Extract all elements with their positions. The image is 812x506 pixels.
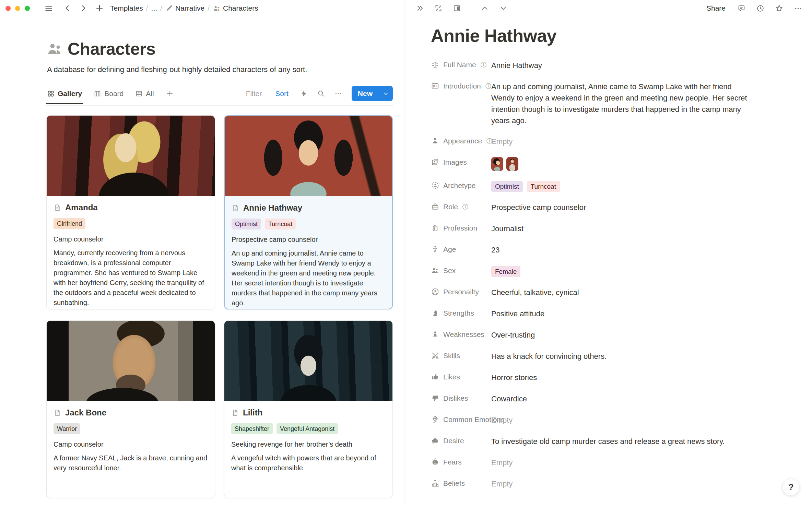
- empty-value: Empty: [491, 416, 513, 424]
- property-label[interactable]: Weaknesses: [431, 329, 491, 339]
- property-tag[interactable]: Optimist: [491, 181, 523, 192]
- automations-icon[interactable]: [300, 90, 308, 97]
- new-record-button[interactable]: New: [352, 86, 393, 101]
- sidebar-toggle-icon[interactable]: [43, 2, 55, 14]
- property-value[interactable]: Empty: [491, 136, 755, 147]
- side-peek-mode-icon[interactable]: [452, 3, 462, 13]
- board-view-icon: [94, 90, 101, 97]
- property-label[interactable]: Images: [431, 157, 491, 166]
- property-tag[interactable]: Female: [491, 266, 520, 277]
- property-tag[interactable]: Turncoat: [527, 181, 560, 192]
- property-label[interactable]: Fears: [431, 457, 491, 466]
- property-label[interactable]: Strengths: [431, 308, 491, 317]
- property-value[interactable]: Cheerful, talkative, cynical: [491, 287, 755, 298]
- property-value[interactable]: Annie Hathway: [491, 60, 755, 71]
- forward-icon[interactable]: [78, 3, 89, 14]
- next-record-icon[interactable]: [498, 3, 508, 13]
- breadcrumb-item-narrative[interactable]: Narrative: [165, 4, 204, 12]
- property-label[interactable]: Desire: [431, 436, 491, 445]
- property-label[interactable]: Dislikes: [431, 393, 491, 402]
- favorite-star-icon[interactable]: [774, 3, 784, 13]
- add-view-icon[interactable]: [165, 87, 175, 100]
- card-tags: ShapeshifterVengeful Antagonist: [231, 423, 386, 434]
- tab-gallery[interactable]: Gallery: [46, 87, 83, 100]
- property-label[interactable]: Profession: [431, 223, 491, 232]
- people-icon: [431, 266, 439, 275]
- expand-page-icon[interactable]: [434, 3, 443, 13]
- property-label[interactable]: Common Emotions: [431, 414, 491, 424]
- share-button[interactable]: Share: [704, 4, 728, 13]
- sort-button[interactable]: Sort: [273, 89, 291, 98]
- property-row: Introduction An up and coming journalist…: [431, 81, 781, 126]
- more-options-icon[interactable]: [334, 90, 342, 98]
- image-thumbnail[interactable]: [506, 157, 518, 171]
- help-button[interactable]: ?: [782, 479, 800, 496]
- tab-all[interactable]: All: [134, 87, 154, 100]
- property-name: Likes: [443, 373, 460, 381]
- property-value[interactable]: Cowardice: [491, 393, 755, 404]
- chevron-down-icon[interactable]: [379, 86, 393, 101]
- property-label[interactable]: Personailty: [431, 287, 491, 296]
- previous-record-icon[interactable]: [480, 3, 490, 13]
- empty-value: Empty: [491, 458, 513, 467]
- breadcrumb-collapsed[interactable]: ...: [151, 4, 157, 12]
- search-icon[interactable]: [317, 90, 325, 97]
- close-window-button[interactable]: [5, 6, 11, 11]
- breadcrumb-item-characters[interactable]: Characters: [213, 4, 258, 12]
- info-icon[interactable]: [480, 61, 487, 68]
- property-value[interactable]: Female: [491, 266, 755, 277]
- property-value[interactable]: Empty: [491, 457, 755, 468]
- more-options-icon[interactable]: [793, 3, 803, 13]
- record-title[interactable]: Annie Hathway: [431, 25, 781, 46]
- property-value[interactable]: Journalist: [491, 223, 755, 234]
- property-label[interactable]: Role: [431, 202, 491, 211]
- property-name: Role: [443, 203, 458, 211]
- breadcrumb-item-templates[interactable]: Templates: [110, 4, 143, 12]
- property-value[interactable]: An up and coming journalist, Annie came …: [491, 81, 755, 126]
- property-row: Age 23: [431, 244, 781, 256]
- property-value[interactable]: Over-trusting: [491, 329, 755, 341]
- gallery-card-selected[interactable]: Annie Hathway OptimistTurncoat Prospecti…: [224, 115, 393, 309]
- image-thumbnail[interactable]: [491, 157, 503, 171]
- property-label[interactable]: Appearance: [431, 136, 491, 145]
- property-label[interactable]: Sex: [431, 266, 491, 275]
- property-label[interactable]: Beliefs: [431, 478, 491, 487]
- chess-knight-icon: [431, 309, 439, 317]
- property-name: Full Name: [443, 61, 476, 69]
- property-name: Beliefs: [443, 479, 465, 487]
- breadcrumb-separator: /: [160, 4, 162, 12]
- person-circle-icon: [431, 287, 439, 296]
- kite-icon: [431, 415, 439, 424]
- new-page-icon[interactable]: [94, 2, 105, 14]
- info-icon[interactable]: [462, 203, 469, 210]
- history-icon[interactable]: [755, 3, 765, 13]
- property-value[interactable]: To investigate old camp murder cases and…: [491, 436, 755, 447]
- zoom-window-button[interactable]: [25, 6, 30, 11]
- property-label[interactable]: Introduction: [431, 81, 491, 90]
- property-value[interactable]: OptimistTurncoat: [491, 180, 755, 192]
- info-icon[interactable]: [485, 82, 492, 90]
- property-label[interactable]: Full Name: [431, 60, 491, 69]
- property-name: Appearance: [443, 137, 482, 145]
- gallery-card[interactable]: Amanda Girlfriend Camp counselor Mandy, …: [46, 115, 215, 309]
- property-value[interactable]: Positive attitude: [491, 308, 755, 319]
- property-value[interactable]: 23: [491, 244, 755, 256]
- property-label[interactable]: Age: [431, 244, 491, 254]
- property-value[interactable]: Empty: [491, 414, 755, 426]
- comments-icon[interactable]: [737, 3, 746, 13]
- property-value[interactable]: Empty: [491, 478, 755, 490]
- filter-button[interactable]: Filter: [244, 89, 264, 98]
- property-label[interactable]: Skills: [431, 351, 491, 360]
- gallery-card[interactable]: Lilith ShapeshifterVengeful Antagonist S…: [224, 320, 393, 498]
- property-value[interactable]: [491, 157, 755, 171]
- tab-board[interactable]: Board: [93, 87, 124, 100]
- gallery-card[interactable]: Jack Bone Warrior Camp counselor A forme…: [46, 320, 215, 498]
- property-value[interactable]: Prospective camp counselor: [491, 202, 755, 213]
- property-label[interactable]: Likes: [431, 372, 491, 381]
- close-peek-icon[interactable]: [415, 3, 425, 13]
- property-value[interactable]: Has a knack for convincing others.: [491, 351, 755, 362]
- property-label[interactable]: Archetype: [431, 180, 491, 190]
- minimize-window-button[interactable]: [15, 6, 20, 11]
- back-icon[interactable]: [62, 3, 73, 14]
- property-value[interactable]: Horror stories: [491, 372, 755, 383]
